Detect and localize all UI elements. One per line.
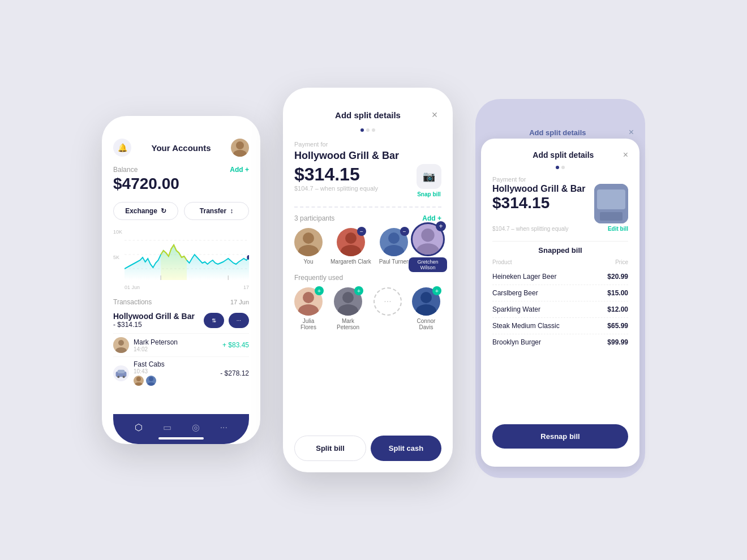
p3-amount: $314.15 [492,194,585,212]
svg-rect-11 [118,369,125,373]
nav-wallet-icon[interactable]: ⬡ [135,422,143,433]
p3-bill-image [594,184,628,223]
split-cash-button[interactable]: Split cash [371,436,441,461]
transaction-item-1: Fast Cabs 10:43 - $278.12 [113,356,249,389]
freq-person-connor: + Connor Davis [411,287,441,330]
phone3-close-button[interactable]: × [623,150,628,160]
freq-add-julia[interactable]: + [315,286,324,295]
add-button[interactable]: Add + [230,166,249,174]
step-dot-2 [366,128,370,132]
svg-point-23 [384,245,404,256]
gretchen-add-icon[interactable]: + [436,221,446,231]
snapped-bill-title: Snapped bill [492,246,628,255]
bill-items-list: Heineken Lager Beer $20.99 Carslberg Bee… [492,269,628,350]
split-buttons: Split bill Split cash [294,436,441,461]
phone-1: 🔔 Your Accounts Balance Add + $4720.00 E… [102,116,260,444]
phone-3-card: Add split details × Payment for Hollywoo… [481,139,639,467]
snap-bill-label: Snap bill [417,191,441,197]
svg-point-24 [421,229,434,242]
action-buttons: Exchange ↻ Transfer ↕ [113,202,249,220]
svg-point-26 [303,292,314,303]
exchange-button[interactable]: Exchange ↻ [113,202,178,220]
transaction-action-more[interactable]: ··· [229,313,249,328]
transaction-action-split[interactable]: ⇅ [204,313,224,328]
participant-avatar-you [294,228,323,256]
svg-point-19 [298,245,319,256]
split-equal-label: $104.7 – when splitting equaly [294,185,378,192]
resnap-button[interactable]: Resnap bill [492,424,628,449]
svg-point-16 [149,377,153,381]
participant-remove-margareth[interactable]: − [357,227,366,236]
bill-item-2: Sparkling Water $12.00 [492,301,628,318]
freq-person-mark: + Mark Peterson [332,287,364,330]
edit-bill-button[interactable]: Edit bill [608,226,628,232]
freq-add-mark[interactable]: + [354,286,363,295]
home-indicator-3 [538,449,583,451]
balance-section: Balance Add + $4720.00 [113,166,249,193]
payment-amount: $314.15 [294,164,378,185]
phone1-header: 🔔 Your Accounts [113,139,249,157]
transaction-avatar-1 [113,365,129,381]
bell-icon[interactable]: 🔔 [113,139,131,157]
balance-label: Balance Add + [113,166,249,174]
freq-add-connor[interactable]: + [432,286,441,295]
frequently-used-label: Frequently used [294,274,441,282]
p3-merchant: Hollywood Grill & Bar [492,184,585,194]
p3-dot-2 [561,166,565,169]
close-button[interactable]: × [428,108,441,122]
nav-more-icon[interactable]: ··· [220,423,227,433]
step-indicator [294,128,441,132]
svg-point-28 [342,292,354,303]
bill-table-header: Product Price [492,259,628,265]
svg-rect-33 [597,189,625,209]
freq-avatar-dashed: ··· [374,287,402,316]
svg-point-31 [416,304,436,316]
transaction-item-0: Mark Peterson 14:02 + $83.45 [113,333,249,356]
phone-3-wrapper: Add split details × Add split details × … [475,82,645,478]
svg-point-13 [123,376,125,378]
chart-x-labels: 01 Jun 17 [124,285,249,290]
step-dot-3 [372,128,375,132]
bottom-nav: ⬡ ▭ ◎ ··· [113,414,249,444]
section-divider [294,206,441,208]
home-indicator-2 [345,466,390,468]
svg-rect-34 [600,212,622,221]
phone3-modal-header: Add split details × [492,150,628,160]
svg-point-15 [135,382,143,386]
freq-person-dashed: ··· [374,287,402,330]
p3-payment-for: Payment for [492,176,628,183]
snap-bill-button[interactable]: 📷 [417,164,441,189]
split-bill-button[interactable]: Split bill [294,436,366,461]
balance-chart: 10K 5K [113,229,249,291]
svg-point-27 [298,304,319,316]
svg-point-29 [338,304,358,316]
snap-bill-area: 📷 Snap bill [417,164,441,197]
phone1-title: Your Accounts [151,143,211,153]
transactions-section: Transactions 17 Jun Hollywood Grill & Ba… [113,298,249,414]
freq-person-julia: + Julia Flores [294,287,323,330]
main-transaction: Hollywood Grill & Bar - $314.15 ⇅ ··· [113,312,249,329]
svg-point-8 [118,340,124,346]
transfer-button[interactable]: Transfer ↕ [184,202,249,220]
payment-for-label: Payment for [294,141,441,148]
nav-support-icon[interactable]: ◎ [192,422,200,433]
nav-card-icon[interactable]: ▭ [163,422,171,433]
merchant-name: Hollywood Grill & Bar [294,150,441,162]
phone-2: Add split details × Payment for Hollywoo… [283,88,453,472]
svg-point-1 [233,150,247,157]
modal-title: Add split details [308,110,428,120]
p3-bg-title: Add split details [487,128,629,137]
transaction-avatar-0 [113,337,129,353]
participant-paul: − Paul Turner [379,228,409,265]
user-avatar[interactable] [231,139,249,157]
participant-remove-paul[interactable]: − [400,227,409,236]
balance-amount: $4720.00 [113,175,249,193]
bill-item-4: Brooklyn Burger $99.99 [492,334,628,350]
home-indicator [158,437,204,440]
phone3-step-indicator [492,166,628,169]
svg-point-18 [303,232,314,244]
frequently-used-row: + Julia Flores + Mark Peterson ··· [294,287,441,330]
phone2-modal-header: Add split details × [294,108,441,122]
p3-bg-close[interactable]: × [629,127,634,137]
svg-point-25 [417,243,439,255]
